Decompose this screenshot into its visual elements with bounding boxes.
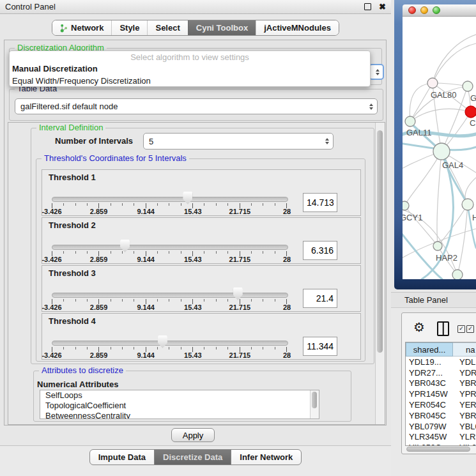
node-label: GAL80 [431, 90, 456, 100]
threshold-2-value-field[interactable] [303, 241, 337, 260]
network-node-ga[interactable] [463, 81, 473, 91]
close-traffic-light-icon[interactable] [408, 6, 416, 14]
scale-label: 9.144 [137, 303, 155, 311]
attributes-scrollbar-thumb[interactable] [312, 392, 317, 408]
scale-label: 2.859 [90, 303, 108, 311]
threshold-2-slider[interactable]: -3.4262.8599.14415.4321.71528 [52, 218, 287, 265]
attributes-group-title: Attributes to discretize [39, 366, 126, 375]
cell-name: YBR0 [453, 378, 476, 388]
tab-cyni-toolbox[interactable]: Cyni Toolbox [188, 20, 256, 35]
checkbox-icon[interactable]: ✓ [457, 325, 465, 333]
scale-label: 2.859 [90, 208, 108, 215]
thresholds-group: Threshold's Coordinates for 5 Intervals … [36, 158, 365, 362]
table-row[interactable]: YDL19...YDL1 [406, 357, 476, 367]
scale-label: 28 [283, 303, 291, 311]
scale-label: -3.426 [42, 303, 61, 311]
top-tab-bar: NetworkStyleSelectCyni ToolboxjActiveMNo… [0, 20, 391, 36]
threshold-4-slider[interactable]: -3.4262.8599.14415.4321.71528 [52, 314, 287, 360]
network-node-gal11[interactable] [405, 116, 415, 127]
table-horizontal-scrollbar[interactable] [405, 446, 476, 452]
settings-scrollbar-thumb[interactable] [377, 130, 383, 353]
float-window-icon[interactable] [364, 3, 371, 10]
tab-jactivemnodules[interactable]: jActiveMNodules [256, 20, 339, 35]
threshold-4-value-field[interactable] [303, 337, 337, 356]
tab-infer-network[interactable]: Infer Network [231, 449, 302, 465]
column-header-shared-name[interactable]: shared... [406, 342, 453, 357]
control-panel: Control Panel ✖ NetworkStyleSelectCyni T… [0, 0, 391, 476]
algorithm-option-equal-width-frequency[interactable]: Equal Width/Frequency Discretization [10, 75, 370, 87]
network-canvas[interactable]: GAL80GACGAL11GAL4GCY1HHAP2 [403, 17, 476, 279]
tab-discretize-data[interactable]: Discretize Data [154, 449, 231, 465]
table-row[interactable]: YLR345WYLR3 [406, 432, 476, 443]
control-panel-title: Control Panel [5, 2, 364, 12]
table-data-combo[interactable]: galFiltered.sif default node [15, 98, 378, 114]
slider-track[interactable] [52, 293, 288, 298]
cell-shared-name: YBR045C [406, 411, 453, 420]
split-columns-icon[interactable] [437, 321, 449, 336]
network-node-hap2[interactable] [433, 242, 442, 250]
settings-scrollbar[interactable] [375, 123, 385, 424]
zoom-traffic-light-icon[interactable] [433, 6, 440, 14]
scale-label: 15.43 [184, 303, 202, 311]
minimize-traffic-light-icon[interactable] [420, 6, 428, 14]
network-node[interactable] [452, 270, 463, 279]
tab-style[interactable]: Style [111, 20, 147, 35]
threshold-3-slider[interactable]: -3.4262.8599.14415.4321.71528 [52, 266, 287, 312]
threshold-3-value-field[interactable] [303, 289, 337, 308]
table-row[interactable]: YER054CYER0 [406, 399, 476, 410]
slider-track[interactable] [52, 341, 288, 346]
threshold-1-value-field[interactable] [303, 193, 337, 212]
scale-label: 28 [283, 208, 291, 215]
table-row[interactable]: YBR045CYBR0 [406, 410, 476, 421]
table-row[interactable]: YPR145WYPR1 [406, 388, 476, 399]
cell-name: YDL1 [453, 357, 476, 367]
apply-button[interactable]: Apply [171, 428, 215, 442]
network-node-c[interactable] [465, 106, 476, 118]
threshold-2-slider-thumb[interactable] [120, 240, 130, 252]
scale-label: 2.859 [90, 351, 108, 359]
attributes-list-scrollbar[interactable] [310, 390, 319, 418]
number-of-intervals-combo[interactable]: 5 [143, 133, 334, 150]
numerical-attributes-label: Numerical Attributes [37, 380, 118, 389]
algorithm-combo-stepper[interactable] [369, 64, 384, 80]
threshold-4-slider-thumb[interactable] [158, 335, 167, 348]
cell-name: YPR1 [453, 389, 476, 399]
tab-network[interactable]: Network [52, 20, 111, 35]
network-node-gcy1[interactable] [403, 201, 409, 210]
tab-select[interactable]: Select [147, 20, 187, 35]
table-row[interactable]: YBR043CYBR0 [406, 378, 476, 389]
table-scrollbar-thumb[interactable] [406, 447, 470, 452]
attribute-item-selfloops[interactable]: SelfLoops [40, 390, 319, 401]
interval-definition-title: Interval Definition [36, 123, 105, 132]
table-row[interactable]: YBL079WYBL0 [406, 421, 476, 432]
cell-name: YER0 [453, 400, 476, 410]
threshold-1-slider-thumb[interactable] [183, 192, 192, 204]
slider-track[interactable] [52, 197, 288, 202]
scale-label: 28 [283, 256, 291, 263]
slider-scale-labels: -3.4262.8599.14415.4321.71528 [52, 208, 287, 215]
node-label: GAL11 [406, 128, 432, 137]
slider-track[interactable] [52, 245, 288, 250]
algorithm-option-manual-discretization[interactable]: Manual Discretization [10, 63, 370, 75]
close-icon[interactable]: ✖ [379, 4, 386, 10]
numerical-attributes-list[interactable]: SelfLoopsTopologicalCoefficientBetweenne… [40, 390, 319, 419]
scale-label: 15.43 [184, 208, 202, 215]
attribute-item-topologicalcoefficient[interactable]: TopologicalCoefficient [40, 401, 319, 411]
attribute-item-betweennesscentrality[interactable]: BetweennessCentrality [40, 411, 319, 419]
tab-impute-data[interactable]: Impute Data [89, 449, 155, 465]
gear-icon[interactable]: ⚙ [413, 321, 425, 334]
scale-label: 21.715 [229, 303, 251, 311]
scale-label: 9.144 [137, 351, 155, 359]
threshold-3-slider-thumb[interactable] [233, 288, 243, 300]
node-label: HAP2 [436, 253, 457, 263]
column-header-name[interactable]: na [453, 342, 476, 357]
network-node-h[interactable] [462, 199, 473, 210]
node-label: GA [470, 93, 476, 103]
network-node-gal80[interactable] [427, 78, 438, 88]
table-row[interactable]: YDR27...YDR2 [406, 367, 476, 378]
stepper-arrows-icon [369, 104, 373, 110]
network-node-gal4[interactable] [433, 143, 450, 160]
checkbox-icon[interactable]: ✓ [466, 325, 474, 333]
slider-scale-labels: -3.4262.8599.14415.4321.71528 [52, 256, 287, 263]
threshold-1-slider[interactable]: -3.4262.8599.14415.4321.71528 [52, 170, 287, 217]
